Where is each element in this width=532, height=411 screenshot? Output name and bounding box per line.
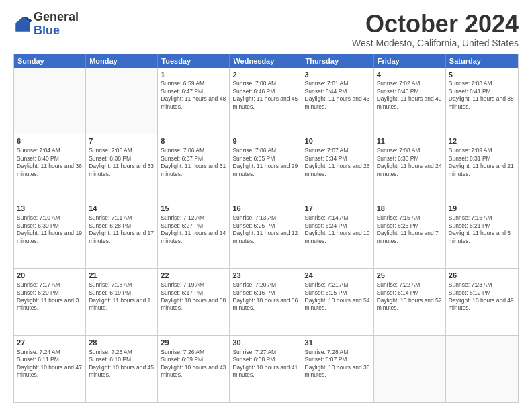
cell-details: Sunrise: 7:05 AM Sunset: 6:38 PM Dayligh… — [89, 147, 154, 178]
calendar-cell — [374, 336, 446, 402]
calendar-cell: 12Sunrise: 7:09 AM Sunset: 6:31 PM Dayli… — [446, 134, 518, 201]
calendar-cell: 18Sunrise: 7:15 AM Sunset: 6:23 PM Dayli… — [374, 201, 446, 268]
cell-details: Sunrise: 7:07 AM Sunset: 6:34 PM Dayligh… — [305, 147, 371, 178]
calendar-cell: 23Sunrise: 7:20 AM Sunset: 6:16 PM Dayli… — [230, 269, 302, 335]
calendar-header-cell: Thursday — [302, 54, 374, 68]
day-number: 3 — [305, 70, 371, 80]
day-number: 27 — [17, 338, 83, 348]
cell-details: Sunrise: 7:02 AM Sunset: 6:43 PM Dayligh… — [377, 80, 443, 111]
calendar-cell: 11Sunrise: 7:08 AM Sunset: 6:33 PM Dayli… — [374, 134, 446, 201]
calendar-cell — [86, 68, 158, 134]
calendar-cell: 13Sunrise: 7:10 AM Sunset: 6:30 PM Dayli… — [14, 201, 86, 268]
calendar-cell: 28Sunrise: 7:25 AM Sunset: 6:10 PM Dayli… — [86, 336, 158, 402]
calendar-week-row: 20Sunrise: 7:17 AM Sunset: 6:20 PM Dayli… — [14, 268, 518, 335]
cell-details: Sunrise: 7:11 AM Sunset: 6:28 PM Dayligh… — [89, 214, 154, 245]
calendar-cell: 20Sunrise: 7:17 AM Sunset: 6:20 PM Dayli… — [14, 269, 86, 335]
day-number: 21 — [89, 271, 154, 281]
calendar-cell: 3Sunrise: 7:01 AM Sunset: 6:44 PM Daylig… — [302, 68, 374, 134]
cell-details: Sunrise: 7:10 AM Sunset: 6:30 PM Dayligh… — [17, 214, 83, 245]
day-number: 29 — [161, 338, 226, 348]
calendar-cell: 8Sunrise: 7:06 AM Sunset: 6:37 PM Daylig… — [158, 134, 230, 201]
calendar-cell: 31Sunrise: 7:28 AM Sunset: 6:07 PM Dayli… — [302, 336, 374, 402]
day-number: 31 — [305, 338, 371, 348]
calendar-week-row: 6Sunrise: 7:04 AM Sunset: 6:40 PM Daylig… — [14, 134, 518, 201]
day-number: 10 — [305, 136, 371, 146]
cell-details: Sunrise: 6:59 AM Sunset: 6:47 PM Dayligh… — [161, 80, 226, 111]
calendar-cell — [14, 68, 86, 134]
calendar-header-cell: Sunday — [14, 54, 86, 68]
calendar-cell: 21Sunrise: 7:18 AM Sunset: 6:19 PM Dayli… — [86, 269, 158, 335]
calendar-cell: 29Sunrise: 7:26 AM Sunset: 6:09 PM Dayli… — [158, 336, 230, 402]
page-header: General Blue October 2024 West Modesto, … — [13, 11, 519, 48]
calendar-week-row: 13Sunrise: 7:10 AM Sunset: 6:30 PM Dayli… — [14, 201, 518, 268]
cell-details: Sunrise: 7:22 AM Sunset: 6:14 PM Dayligh… — [377, 281, 443, 312]
day-number: 23 — [232, 271, 298, 281]
calendar-week-row: 27Sunrise: 7:24 AM Sunset: 6:11 PM Dayli… — [14, 335, 518, 402]
calendar-body: 1Sunrise: 6:59 AM Sunset: 6:47 PM Daylig… — [14, 68, 518, 402]
calendar-cell: 26Sunrise: 7:23 AM Sunset: 6:12 PM Dayli… — [446, 269, 518, 335]
day-number: 13 — [17, 203, 83, 214]
calendar: SundayMondayTuesdayWednesdayThursdayFrid… — [13, 54, 519, 403]
day-number: 1 — [161, 70, 226, 80]
day-number: 24 — [305, 271, 371, 281]
logo-text: General Blue — [34, 11, 79, 38]
cell-details: Sunrise: 7:15 AM Sunset: 6:23 PM Dayligh… — [377, 214, 443, 245]
calendar-header-cell: Tuesday — [158, 54, 230, 68]
day-number: 6 — [17, 136, 83, 146]
cell-details: Sunrise: 7:20 AM Sunset: 6:16 PM Dayligh… — [232, 281, 298, 312]
cell-details: Sunrise: 7:06 AM Sunset: 6:37 PM Dayligh… — [161, 147, 226, 178]
calendar-header-cell: Monday — [86, 54, 158, 68]
day-number: 8 — [161, 136, 226, 146]
calendar-cell: 14Sunrise: 7:11 AM Sunset: 6:28 PM Dayli… — [86, 201, 158, 268]
month-title: October 2024 — [352, 11, 519, 38]
day-number: 5 — [449, 70, 515, 80]
calendar-cell: 16Sunrise: 7:13 AM Sunset: 6:25 PM Dayli… — [230, 201, 302, 268]
cell-details: Sunrise: 7:12 AM Sunset: 6:27 PM Dayligh… — [161, 214, 226, 245]
calendar-cell — [446, 336, 518, 402]
logo-icon — [13, 15, 32, 34]
cell-details: Sunrise: 7:13 AM Sunset: 6:25 PM Dayligh… — [232, 214, 298, 245]
cell-details: Sunrise: 7:18 AM Sunset: 6:19 PM Dayligh… — [89, 281, 154, 312]
location-subtitle: West Modesto, California, United States — [352, 38, 519, 48]
calendar-cell: 24Sunrise: 7:21 AM Sunset: 6:15 PM Dayli… — [302, 269, 374, 335]
cell-details: Sunrise: 7:24 AM Sunset: 6:11 PM Dayligh… — [17, 349, 83, 379]
calendar-header-cell: Wednesday — [230, 54, 302, 68]
cell-details: Sunrise: 7:19 AM Sunset: 6:17 PM Dayligh… — [161, 281, 226, 312]
cell-details: Sunrise: 7:21 AM Sunset: 6:15 PM Dayligh… — [305, 281, 371, 312]
calendar-cell: 22Sunrise: 7:19 AM Sunset: 6:17 PM Dayli… — [158, 269, 230, 335]
calendar-cell: 6Sunrise: 7:04 AM Sunset: 6:40 PM Daylig… — [14, 134, 86, 201]
calendar-header: SundayMondayTuesdayWednesdayThursdayFrid… — [14, 54, 518, 68]
cell-details: Sunrise: 7:28 AM Sunset: 6:07 PM Dayligh… — [305, 349, 371, 379]
day-number: 22 — [161, 271, 226, 281]
day-number: 14 — [89, 203, 154, 214]
title-block: October 2024 West Modesto, California, U… — [352, 11, 519, 48]
calendar-header-cell: Friday — [374, 54, 446, 68]
logo: General Blue — [13, 11, 79, 38]
cell-details: Sunrise: 7:17 AM Sunset: 6:20 PM Dayligh… — [17, 281, 83, 312]
cell-details: Sunrise: 7:23 AM Sunset: 6:12 PM Dayligh… — [449, 281, 515, 312]
day-number: 28 — [89, 338, 154, 348]
day-number: 7 — [89, 136, 154, 146]
calendar-cell: 9Sunrise: 7:06 AM Sunset: 6:35 PM Daylig… — [230, 134, 302, 201]
cell-details: Sunrise: 7:25 AM Sunset: 6:10 PM Dayligh… — [89, 349, 154, 379]
day-number: 30 — [232, 338, 298, 348]
cell-details: Sunrise: 7:00 AM Sunset: 6:46 PM Dayligh… — [232, 80, 298, 111]
day-number: 16 — [232, 203, 298, 214]
cell-details: Sunrise: 7:03 AM Sunset: 6:41 PM Dayligh… — [449, 80, 515, 111]
calendar-cell: 19Sunrise: 7:16 AM Sunset: 6:21 PM Dayli… — [446, 201, 518, 268]
svg-rect-2 — [16, 23, 30, 31]
day-number: 9 — [232, 136, 298, 146]
calendar-cell: 27Sunrise: 7:24 AM Sunset: 6:11 PM Dayli… — [14, 336, 86, 402]
day-number: 4 — [377, 70, 443, 80]
calendar-cell: 1Sunrise: 6:59 AM Sunset: 6:47 PM Daylig… — [158, 68, 230, 134]
cell-details: Sunrise: 7:01 AM Sunset: 6:44 PM Dayligh… — [305, 80, 371, 111]
day-number: 25 — [377, 271, 443, 281]
cell-details: Sunrise: 7:16 AM Sunset: 6:21 PM Dayligh… — [449, 214, 515, 245]
calendar-week-row: 1Sunrise: 6:59 AM Sunset: 6:47 PM Daylig… — [14, 68, 518, 134]
day-number: 26 — [449, 271, 515, 281]
cell-details: Sunrise: 7:09 AM Sunset: 6:31 PM Dayligh… — [449, 147, 515, 178]
day-number: 19 — [449, 203, 515, 214]
cell-details: Sunrise: 7:06 AM Sunset: 6:35 PM Dayligh… — [232, 147, 298, 178]
day-number: 17 — [305, 203, 371, 214]
calendar-cell: 15Sunrise: 7:12 AM Sunset: 6:27 PM Dayli… — [158, 201, 230, 268]
